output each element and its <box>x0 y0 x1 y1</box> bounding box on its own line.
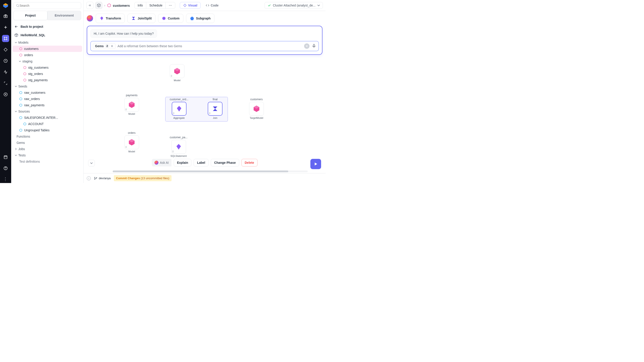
horizontal-scrollbar[interactable] <box>113 170 308 172</box>
join-icon <box>131 16 136 21</box>
rail-help-icon[interactable] <box>2 165 9 172</box>
expand-fab[interactable] <box>88 160 95 166</box>
sidebar: Project Environment Back to project Hell… <box>11 0 84 183</box>
svg-rect-29 <box>314 44 314 46</box>
app-logo-icon <box>3 3 8 9</box>
tree-tests[interactable]: Tests <box>12 152 82 158</box>
more-pill[interactable]: ⋯ <box>166 2 175 9</box>
hexagon-icon <box>23 66 26 69</box>
pipeline-canvas[interactable]: 0 Model payments 0 Model orders 0 <box>84 58 326 173</box>
svg-marker-14 <box>20 48 22 50</box>
tree-stg-orders[interactable]: stg_orders <box>12 71 82 77</box>
view-visual[interactable]: Visual <box>180 2 200 9</box>
breadcrumb-root-button[interactable] <box>95 2 102 9</box>
info-schedule-group: Info Schedule ⋯ <box>134 2 176 9</box>
svg-marker-19 <box>20 91 22 94</box>
view-code[interactable]: Code <box>202 2 222 9</box>
rail-camera-icon[interactable] <box>2 13 9 20</box>
tree-staging[interactable]: staging <box>12 58 82 65</box>
tree-jobs[interactable]: Jobs <box>12 146 82 152</box>
rail-pipeline-icon[interactable] <box>2 35 9 42</box>
svg-marker-28 <box>190 17 194 20</box>
tab-project[interactable]: Project <box>14 11 48 20</box>
gem-purple-icon <box>175 143 182 150</box>
info-pill[interactable]: Info <box>134 2 146 9</box>
tree-stg-customers[interactable]: stg_customers <box>12 65 82 71</box>
tree-raw-orders[interactable]: raw_orders <box>12 96 82 102</box>
svg-marker-21 <box>20 104 22 107</box>
info-icon[interactable]: i <box>87 176 91 180</box>
rail-expand-icon[interactable] <box>2 80 9 87</box>
node-join[interactable]: final 0 Join <box>208 98 222 119</box>
schedule-pill[interactable]: Schedule <box>146 2 166 9</box>
tree-test-definitions[interactable]: Test definitions <box>12 158 82 165</box>
gem-purple-icon <box>100 16 104 21</box>
rail-add-icon[interactable] <box>2 24 9 31</box>
project-name-row[interactable]: HelloWorld_SQL <box>11 31 84 39</box>
search-input[interactable] <box>14 2 81 9</box>
mic-icon[interactable] <box>312 44 316 49</box>
node-target[interactable]: customers TargetModel <box>249 98 264 119</box>
svg-marker-26 <box>100 17 103 20</box>
cluster-dropdown[interactable]: Cluster Attached (analyst_de... <box>264 2 323 9</box>
git-branch[interactable]: dev/anya <box>94 177 111 180</box>
statusbar: i dev/anya Commit Changes (13 uncommitte… <box>84 173 326 183</box>
cube-pink-icon <box>128 139 136 146</box>
tree-sources[interactable]: Sources <box>12 108 82 115</box>
subgraph-button[interactable]: Subgraph <box>186 14 214 23</box>
copilot-card: Hi, I am Copilot. How can I help you tod… <box>87 26 322 55</box>
rail-clock-icon[interactable] <box>2 57 9 65</box>
ask-ai-button[interactable]: Ask AI <box>152 159 172 166</box>
svg-marker-40 <box>314 163 317 166</box>
hexagon-icon <box>107 3 111 8</box>
ai-orb-icon[interactable] <box>87 15 93 22</box>
svg-marker-24 <box>20 129 22 132</box>
tree-seeds[interactable]: Seeds <box>12 83 82 90</box>
joinsplit-button[interactable]: Join/Split <box>128 14 156 23</box>
node-orders[interactable]: orders 0 Model <box>124 131 139 153</box>
tree-raw-customers[interactable]: raw_customers <box>12 90 82 96</box>
tree-functions[interactable]: Functions <box>12 133 82 140</box>
tree-ungrouped[interactable]: Ungrouped Tables <box>12 127 82 133</box>
copilot-greeting: Hi, I am Copilot. How can I help you tod… <box>90 29 157 38</box>
tree-customers[interactable]: customers <box>12 46 82 52</box>
tree-orders[interactable]: orders <box>12 52 82 58</box>
play-icon <box>313 162 318 166</box>
clear-input-button[interactable]: ✕ <box>304 43 310 49</box>
back-label: Back to project <box>20 25 43 29</box>
rail-diamond-icon[interactable] <box>2 46 9 53</box>
gems-chip[interactable]: Gems 2 ✕ <box>93 43 116 49</box>
custom-button[interactable]: Custom <box>158 14 183 23</box>
change-phase-button[interactable]: Change Phase <box>211 159 239 166</box>
svg-marker-36 <box>177 106 181 112</box>
tree-models[interactable]: Models <box>12 39 82 46</box>
node-payments[interactable]: payments 0 Model <box>124 94 139 115</box>
rail-more-icon[interactable]: ⋯ <box>2 176 9 183</box>
node-sqlstatement[interactable]: customer_pa... 0 SQLStatement <box>170 136 188 157</box>
svg-point-43 <box>96 177 97 178</box>
tree-stg-payments[interactable]: stg_payments <box>12 77 82 83</box>
rail-activity-icon[interactable] <box>2 69 9 76</box>
copilot-input[interactable]: Gems 2 ✕ Add a reformat Gem between thes… <box>90 41 319 51</box>
tree-gems[interactable]: Gems <box>12 140 82 146</box>
rail-calendar-icon[interactable] <box>2 153 9 161</box>
commit-changes[interactable]: Commit Changes (13 uncommitted files) <box>114 175 172 181</box>
transform-button[interactable]: Transform <box>96 14 125 23</box>
delete-button[interactable]: Delete <box>241 159 258 166</box>
tree-raw-payments[interactable]: raw_payments <box>12 102 82 108</box>
tab-environment[interactable]: Environment <box>48 11 82 20</box>
node-aggregate[interactable]: customer_ord... 0 Aggregate <box>170 98 188 119</box>
back-to-project[interactable]: Back to project <box>11 22 84 31</box>
label-button[interactable]: Label <box>194 159 209 166</box>
node-model-top[interactable]: 0 Model <box>170 64 184 82</box>
rail-download-icon[interactable] <box>2 91 9 98</box>
explain-button[interactable]: Explain <box>174 159 192 166</box>
cube-pink-icon <box>253 105 260 113</box>
tree-salesforce[interactable]: SALESFORCE.INTER... <box>12 115 82 121</box>
collapse-button[interactable] <box>86 2 94 9</box>
run-button[interactable] <box>310 159 321 169</box>
code-icon <box>206 4 209 7</box>
chip-remove-icon[interactable]: ✕ <box>111 44 113 48</box>
tree-account[interactable]: ACCOUNT <box>12 121 82 127</box>
cube-icon <box>97 3 101 8</box>
